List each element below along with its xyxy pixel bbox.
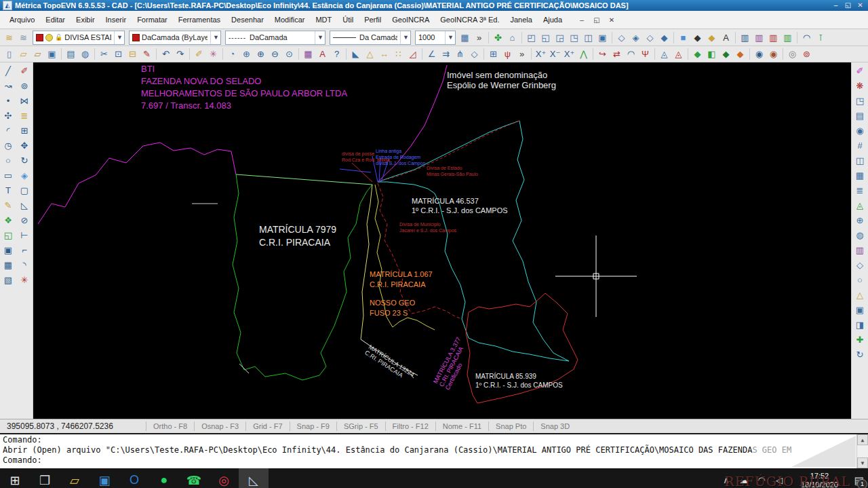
gps-import-icon[interactable]: ✤ <box>492 31 505 44</box>
format-painter-icon[interactable]: ✎ <box>140 48 153 60</box>
menuitem-geoincra[interactable]: GeoINCRA <box>387 13 435 26</box>
contour-red-icon[interactable]: ◉ <box>767 48 780 60</box>
station-number-icon[interactable]: ⊚ <box>800 48 813 60</box>
text-style-icon[interactable]: A <box>316 48 329 60</box>
select-window-icon[interactable]: ▢ <box>18 183 32 198</box>
bars-tool-icon[interactable]: ▥ <box>853 243 867 257</box>
render-cube-icon[interactable]: ◆ <box>705 31 718 44</box>
color-dropdown[interactable]: DaCamada (ByLayer) ▼ <box>129 31 221 45</box>
view-sw-icon[interactable]: ◱ <box>539 31 552 44</box>
hatch2-tool-icon[interactable]: ▧ <box>1 273 16 287</box>
linetype-dropdown[interactable]: ------ DaCamada ▼ <box>225 31 326 45</box>
rotate-point-icon[interactable]: ↪ <box>596 48 609 60</box>
toolbar-overflow-icon[interactable]: » <box>473 31 486 44</box>
view-gem-s-icon[interactable]: ◈ <box>629 31 642 44</box>
view-se-icon[interactable]: ◲ <box>553 31 566 44</box>
statusbtn-filtro-f12[interactable]: Filtro - F12 <box>385 421 435 431</box>
minimize-button[interactable]: – <box>831 1 841 10</box>
station-tool-icon[interactable]: ⋔ <box>454 48 467 60</box>
shade-tool-icon[interactable]: ◍ <box>853 228 867 242</box>
statusbtn-snap-f9[interactable]: Snap - F9 <box>290 421 336 431</box>
add-point-icon[interactable]: ⊕ <box>853 213 867 227</box>
scroll-up-icon[interactable]: ▲ <box>857 434 868 445</box>
print-icon[interactable]: ▤ <box>64 48 77 60</box>
half-tool-icon[interactable]: ◨ <box>853 318 867 332</box>
copy-object-icon[interactable]: ⊚ <box>18 79 32 93</box>
spotify-icon[interactable]: ● <box>149 468 179 488</box>
extend-tool-icon[interactable]: ⊢ <box>18 228 32 242</box>
node-edit-icon[interactable]: ψ <box>501 48 514 60</box>
annotation-scale-icon[interactable]: A <box>719 31 732 44</box>
notification-center-icon[interactable]: ▤ 1 <box>854 474 864 487</box>
sign-icon[interactable]: ✐ <box>193 48 205 60</box>
gps-station-icon[interactable]: ⌂ <box>506 31 519 44</box>
slope-icon[interactable]: ⋀ <box>577 48 590 60</box>
close-button[interactable]: ✕ <box>855 1 865 10</box>
view-ne-icon[interactable]: ◳ <box>568 31 580 44</box>
mdi-minimize-button[interactable]: – <box>577 16 587 24</box>
layer-move-icon[interactable]: ≣ <box>18 109 32 123</box>
viewport-icon[interactable]: ▦ <box>302 48 315 60</box>
arc-tool-icon[interactable]: ◜ <box>1 124 16 138</box>
zoom-previous-icon[interactable]: ◔ <box>226 48 239 60</box>
translate-point-icon[interactable]: ⇄ <box>610 48 623 60</box>
offset-tool-icon[interactable]: ⇉ <box>439 48 452 60</box>
menuitem-perfil[interactable]: Perfil <box>359 13 387 26</box>
text-tool-icon[interactable]: T <box>1 183 16 198</box>
restore-button[interactable]: ◱ <box>843 1 853 10</box>
wblock-tool-icon[interactable]: ▣ <box>1 243 16 257</box>
opera-icon[interactable]: ◎ <box>209 468 239 488</box>
list-tool-icon[interactable]: ≣ <box>853 183 867 198</box>
lineweight-dropdown[interactable]: Da Camada ▼ <box>330 31 411 45</box>
cut-icon[interactable]: ✂ <box>98 48 111 60</box>
statusbtn-osnap-f3[interactable]: Osnap - F3 <box>194 421 245 431</box>
line-tool-icon[interactable]: ╱ <box>1 64 16 78</box>
point-tool-icon[interactable]: • <box>1 94 16 108</box>
profile-chart-purple-icon[interactable]: ▥ <box>753 31 766 44</box>
frame-tool-icon[interactable]: ◳ <box>853 94 867 108</box>
point-remove-icon[interactable]: X⁻ <box>549 48 561 60</box>
burst-tool-icon[interactable]: ❋ <box>853 79 867 93</box>
block2-tool-icon[interactable]: ▣ <box>853 303 867 317</box>
plumb-icon[interactable]: △ <box>363 48 376 60</box>
redo-icon[interactable]: ↷ <box>174 48 186 60</box>
toolbar-overflow2-icon[interactable]: » <box>515 48 528 60</box>
menuitem-inserir[interactable]: Inserir <box>100 13 132 26</box>
rms-tool-icon[interactable]: ◇ <box>468 48 481 60</box>
undo-icon[interactable]: ↶ <box>159 48 172 60</box>
hatch-tool-icon[interactable]: ▦ <box>1 258 16 272</box>
mdi-close-button[interactable]: ✕ <box>607 16 616 24</box>
erase-tool-icon[interactable]: ✐ <box>18 64 32 78</box>
target-tool-icon[interactable]: ◉ <box>853 124 867 138</box>
tin-layers-icon[interactable]: ◧ <box>705 48 718 60</box>
zoom-in-icon[interactable]: ⊕ <box>254 48 267 60</box>
topoevn-taskbar-icon[interactable]: ◺ <box>239 468 269 488</box>
contour-gray-icon[interactable]: ◎ <box>786 48 799 60</box>
panel-tool-icon[interactable]: ◫ <box>853 153 867 168</box>
mdi-restore-button[interactable]: ◱ <box>592 16 601 24</box>
help-select-icon[interactable]: ? <box>330 48 343 60</box>
save-icon[interactable]: ▣ <box>45 48 58 60</box>
menuitem-modificar[interactable]: Modificar <box>269 13 311 26</box>
open-file-icon[interactable]: ▱ <box>17 48 30 60</box>
angle-tool-icon[interactable]: ∠ <box>425 48 438 60</box>
group-tool-icon[interactable]: ◱ <box>1 228 16 242</box>
circle-tool2-icon[interactable]: ○ <box>853 273 867 287</box>
statusbtn-ortho-f8[interactable]: Ortho - F8 <box>146 421 194 431</box>
mirror-tool-icon[interactable]: ⋈ <box>18 94 32 108</box>
menuitem-mdt[interactable]: MDT <box>310 13 337 26</box>
tin-surface-icon[interactable]: ◆ <box>691 48 704 60</box>
statusbtn-snap-3d[interactable]: Snap 3D <box>533 421 576 431</box>
draw-pencil-icon[interactable]: ✐ <box>853 64 867 78</box>
view-gem-w-icon[interactable]: ◇ <box>615 31 628 44</box>
taskbar-clock[interactable]: 17:52 18/10/2020 <box>801 472 838 488</box>
scroll-down-icon[interactable]: ▼ <box>857 457 868 468</box>
new-file-icon[interactable]: ▯ <box>3 48 16 60</box>
menuitem-geoincra-3-ed[interactable]: GeoINCRA 3ª Ed. <box>435 13 505 26</box>
layers-table-icon[interactable]: ▦ <box>458 31 471 44</box>
zoom-extents-icon[interactable]: ⊕ <box>240 48 253 60</box>
menuitem-ferramentas[interactable]: Ferramentas <box>173 13 226 26</box>
layer-previous-icon[interactable]: ≋ <box>3 31 16 44</box>
point-insert-icon[interactable]: X⁺ <box>534 48 547 60</box>
rotate-tool-icon[interactable]: ↻ <box>18 153 32 168</box>
